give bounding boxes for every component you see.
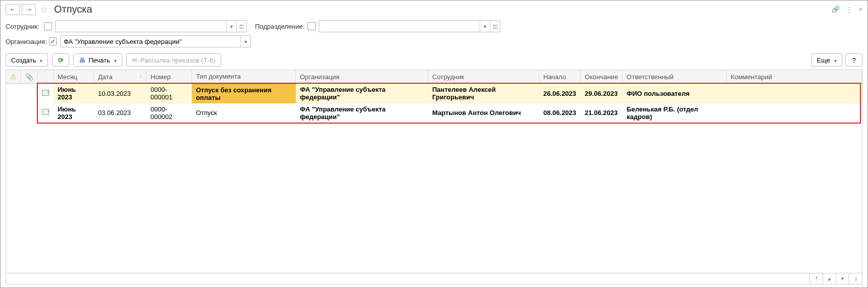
print-label: Печать <box>88 56 110 64</box>
open-icon[interactable]: ◫ <box>490 21 500 32</box>
chevron-down-icon <box>113 56 117 64</box>
scroll-top-button[interactable]: ⤒ <box>809 273 823 284</box>
warning-icon: ⚠ <box>10 73 17 81</box>
page-title: Отпуска <box>54 4 92 15</box>
cell: Июнь 2023 <box>54 103 94 123</box>
cell: Отпуск <box>192 103 296 123</box>
scroll-down-button[interactable]: ▼ <box>836 273 849 284</box>
more-label: Еще <box>817 56 830 64</box>
col-number[interactable]: Номер <box>146 70 192 84</box>
arrow-left-icon: ← <box>10 6 16 13</box>
col-date[interactable]: Дата↓ <box>94 70 146 84</box>
col-icon[interactable] <box>38 70 54 84</box>
star-icon[interactable]: ☆ <box>40 4 48 15</box>
create-label: Создать <box>11 56 36 64</box>
col-end[interactable]: Окончание <box>581 70 623 84</box>
help-button[interactable]: ? <box>845 53 862 67</box>
chevron-down-icon[interactable]: ▾ <box>240 36 250 47</box>
scroll-up-button[interactable]: ▲ <box>823 273 836 284</box>
cell <box>21 103 38 123</box>
col-responsible[interactable]: Ответственный <box>623 70 727 84</box>
cell <box>727 103 862 123</box>
chevron-down-icon[interactable]: ▾ <box>226 21 236 32</box>
arrow-right-icon: → <box>26 6 32 13</box>
cell <box>727 84 862 103</box>
cell: Отпуск без сохранения оплаты <box>192 84 296 103</box>
cell <box>21 84 38 103</box>
cell: Мартынов Антон Олегович <box>428 103 539 123</box>
employee-label: Сотрудник: <box>6 23 41 30</box>
cell: 21.06.2023 <box>581 103 623 123</box>
mail-icon: ✉ <box>132 56 137 64</box>
cell <box>38 84 54 103</box>
vacation-table: ⚠ 📎 Месяц Дата↓ Номер Тип документа Орга… <box>6 70 862 123</box>
more-button[interactable]: Еще <box>811 53 842 67</box>
col-start[interactable]: Начало <box>539 70 581 84</box>
chevron-down-icon[interactable]: ▾ <box>480 21 490 32</box>
cell: 10.03.2023 <box>94 84 146 103</box>
print-icon: 🖶 <box>79 56 85 64</box>
cell: 03.06.2023 <box>94 103 146 123</box>
cell: ФА "Управление субъекта федерации" <box>296 103 428 123</box>
cell <box>38 103 54 123</box>
filter-row-2: Организация: ФА "Управление субъекта фед… <box>6 35 862 47</box>
col-employee[interactable]: Сотрудник <box>428 70 539 84</box>
nav-back-button[interactable]: ← <box>6 4 20 15</box>
menu-icon[interactable]: ⋮ <box>846 6 852 13</box>
open-icon[interactable]: ◫ <box>236 21 246 32</box>
print-button[interactable]: 🖶 Печать <box>73 53 122 67</box>
cell <box>6 103 21 123</box>
chevron-down-icon <box>833 56 837 64</box>
cell: 26.06.2023 <box>539 84 581 103</box>
organization-select[interactable]: ФА "Управление субъекта федерации" ▾ <box>60 35 251 47</box>
filter-row-1: Сотрудник: ▾ ◫ Подразделение: ▾ ◫ <box>6 20 862 32</box>
cell: 0000-000002 <box>146 103 192 123</box>
mailing-label: Рассылка приказов (Т-6) <box>140 56 216 64</box>
help-label: ? <box>852 56 855 64</box>
document-icon <box>42 109 49 115</box>
refresh-button[interactable]: ⟳ <box>52 53 69 67</box>
department-label: Подразделение: <box>255 23 304 30</box>
cell: Июнь 2023 <box>54 84 94 103</box>
scroll-bottom-button[interactable]: ⤓ <box>849 273 862 284</box>
cell: 08.06.2023 <box>539 103 581 123</box>
mailing-button[interactable]: ✉ Рассылка приказов (Т-6) <box>126 53 221 67</box>
department-select[interactable]: ▾ ◫ <box>319 20 500 32</box>
link-icon[interactable]: 🔗 <box>832 6 840 13</box>
employee-filter-checkbox[interactable] <box>44 22 52 30</box>
close-icon[interactable]: × <box>858 6 862 13</box>
chevron-down-icon <box>39 56 42 64</box>
refresh-icon: ⟳ <box>58 56 64 64</box>
cell <box>6 84 21 103</box>
cell: 0000-000001 <box>146 84 192 103</box>
organization-label: Организация: <box>6 38 46 45</box>
cell: Беленькая Р.Б. (отдел кадров) <box>623 103 727 123</box>
col-warning[interactable]: ⚠ <box>6 70 21 84</box>
table-row[interactable]: Июнь 202303.06.20230000-000002ОтпускФА "… <box>6 103 862 123</box>
cell: Пантелеев Алексей Григорьевич <box>428 84 539 103</box>
employee-select[interactable]: ▾ ◫ <box>55 20 247 32</box>
col-organization[interactable]: Организация <box>296 70 428 84</box>
department-filter-checkbox[interactable] <box>308 22 316 30</box>
attachment-icon: 📎 <box>25 73 33 81</box>
toolbar: Создать ⟳ 🖶 Печать ✉ Рассылка приказов (… <box>6 53 862 67</box>
title-bar: ← → ☆ Отпуска 🔗 ⋮ × <box>6 4 862 15</box>
col-month[interactable]: Месяц <box>54 70 94 84</box>
organization-filter-checkbox[interactable] <box>49 37 57 45</box>
create-button[interactable]: Создать <box>6 53 48 67</box>
cell: ФИО пользователя <box>623 84 727 103</box>
col-doc-type[interactable]: Тип документа <box>192 70 296 84</box>
table-footer: ⤒ ▲ ▼ ⤓ <box>6 273 862 284</box>
document-icon <box>42 90 49 96</box>
organization-value: ФА "Управление субъекта федерации" <box>61 38 240 45</box>
nav-forward-button[interactable]: → <box>22 4 36 15</box>
table-row[interactable]: Июнь 202310.03.20230000-000001Отпуск без… <box>6 84 862 103</box>
table-container: ⚠ 📎 Месяц Дата↓ Номер Тип документа Орга… <box>6 70 862 284</box>
col-comment[interactable]: Комментарий <box>727 70 862 84</box>
col-attachment[interactable]: 📎 <box>21 70 38 84</box>
cell: 29.06.2023 <box>581 84 623 103</box>
sort-down-icon: ↓ <box>139 73 142 79</box>
cell: ФА "Управление субъекта федерации" <box>296 84 428 103</box>
